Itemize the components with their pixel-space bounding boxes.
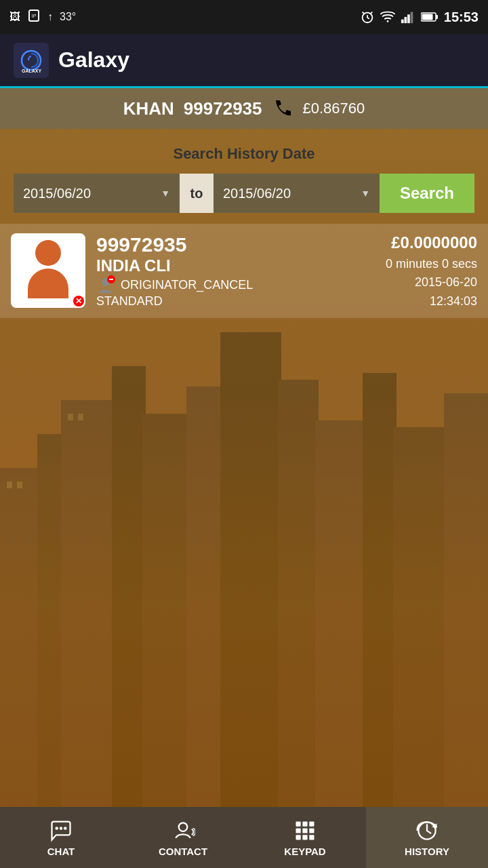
keypad-icon (293, 818, 317, 843)
svg-rect-25 (278, 380, 319, 807)
account-number: 99972935 (184, 98, 262, 119)
history-entry[interactable]: ✕ 99972935 INDIA CLI ORIGINATOR_CANCEL S… (0, 224, 488, 318)
svg-rect-49 (309, 835, 314, 840)
svg-rect-18 (0, 468, 41, 807)
status-right-icons: 15:53 (360, 9, 479, 25)
svg-rect-26 (315, 420, 366, 807)
avatar-body (28, 269, 68, 298)
svg-rect-21 (112, 366, 146, 807)
svg-rect-41 (296, 821, 301, 826)
call-time: 12:34:03 (430, 294, 477, 309)
alarm-icon (360, 9, 375, 24)
svg-rect-24 (220, 332, 281, 807)
status-bar: 🖼 IP ↑ 33° (0, 0, 488, 34)
account-balance: £0.86760 (303, 100, 365, 117)
svg-point-39 (64, 827, 67, 830)
app-logo: GALAXY Dialer (14, 43, 49, 78)
svg-rect-47 (296, 835, 301, 840)
svg-rect-33 (78, 414, 83, 420)
svg-point-7 (386, 20, 388, 22)
svg-point-38 (60, 827, 63, 830)
call-date: 2015-06-20 (415, 275, 477, 290)
call-status-row: ORIGINATOR_CANCEL (96, 275, 355, 294)
nav-label-keypad: KEYPAD (284, 846, 325, 857)
status-left-icons: 🖼 IP ↑ 33° (9, 9, 76, 25)
svg-rect-30 (7, 481, 12, 488)
status-icon-container (96, 275, 115, 294)
svg-rect-19 (37, 434, 64, 807)
svg-rect-27 (363, 373, 396, 807)
call-amount: £0.0000000 (391, 233, 477, 252)
wifi-icon (380, 9, 395, 24)
date-from-value: 2015/06/20 (23, 186, 91, 201)
svg-rect-48 (302, 835, 307, 840)
ip-phone-icon: IP (27, 9, 41, 25)
svg-rect-14 (422, 14, 432, 20)
avatar-head (35, 240, 61, 266)
svg-rect-44 (296, 828, 301, 833)
bottom-nav: CHAT CONTACT KEYPAD (0, 807, 488, 868)
call-details-right: £0.0000000 0 minutes 0 secs 2015-06-20 1… (355, 233, 477, 309)
app-header: GALAXY Dialer Galaxy (0, 34, 488, 88)
phone-icon (272, 98, 293, 119)
svg-line-6 (370, 12, 372, 14)
nav-item-keypad[interactable]: KEYPAD (244, 807, 366, 868)
svg-line-4 (367, 18, 369, 19)
upload-icon: ↑ (47, 11, 53, 23)
battery-icon (421, 12, 439, 22)
svg-rect-32 (68, 414, 73, 420)
svg-rect-23 (186, 387, 224, 807)
nav-item-contact[interactable]: CONTACT (122, 807, 244, 868)
svg-rect-9 (404, 17, 407, 23)
to-separator: to (180, 174, 214, 213)
date-to-arrow: ▼ (361, 188, 370, 199)
chat-icon (49, 818, 73, 843)
cancel-badge: ✕ (73, 296, 84, 307)
nav-label-history: HISTORY (405, 846, 449, 857)
nav-item-chat[interactable]: CHAT (0, 807, 122, 868)
svg-rect-20 (61, 400, 115, 807)
svg-text:Dialer: Dialer (22, 75, 30, 75)
call-details-left: 99972935 INDIA CLI ORIGINATOR_CANCEL STA… (96, 233, 355, 309)
logo-container: GALAXY Dialer Galaxy (14, 43, 129, 78)
originator-cancel-icon (96, 275, 115, 294)
app-name: Galaxy (58, 47, 129, 73)
svg-rect-43 (309, 821, 314, 826)
account-bar: KHAN 99972935 £0.86760 (0, 88, 488, 129)
svg-rect-11 (411, 12, 413, 23)
search-button[interactable]: Search (380, 174, 474, 213)
nav-label-chat: CHAT (47, 846, 75, 857)
svg-rect-45 (302, 828, 307, 833)
date-to-value: 2015/06/20 (223, 186, 291, 201)
account-name: KHAN (123, 98, 174, 119)
call-location: INDIA CLI (96, 256, 355, 275)
svg-rect-28 (393, 427, 447, 807)
svg-point-40 (179, 823, 188, 831)
svg-rect-22 (142, 414, 190, 807)
search-row: 2015/06/20 ▼ to 2015/06/20 ▼ Search (14, 174, 474, 213)
time-display: 15:53 (444, 9, 479, 25)
contact-icon (171, 818, 195, 843)
svg-rect-8 (401, 20, 404, 23)
svg-rect-42 (302, 821, 307, 826)
temperature-display: 33° (60, 11, 76, 23)
date-from-picker[interactable]: 2015/06/20 ▼ (14, 174, 180, 213)
svg-text:GALAXY: GALAXY (22, 68, 42, 73)
call-status-text: ORIGINATOR_CANCEL (121, 278, 253, 292)
date-from-arrow: ▼ (161, 188, 170, 199)
svg-text:IP: IP (32, 14, 37, 18)
search-title: Search History Date (14, 145, 474, 163)
signal-icon (401, 9, 415, 24)
image-icon: 🖼 (9, 11, 20, 23)
nav-item-history[interactable]: HISTORY (366, 807, 488, 868)
date-to-picker[interactable]: 2015/06/20 ▼ (214, 174, 380, 213)
avatar-person (21, 240, 75, 301)
svg-rect-46 (309, 828, 314, 833)
svg-point-37 (55, 827, 58, 830)
svg-rect-10 (407, 14, 410, 23)
nav-label-contact: CONTACT (159, 846, 207, 857)
history-icon (415, 818, 439, 843)
main-content: Search History Date 2015/06/20 ▼ to 2015… (0, 129, 488, 807)
svg-line-5 (363, 12, 365, 14)
call-number: 99972935 (96, 233, 355, 256)
